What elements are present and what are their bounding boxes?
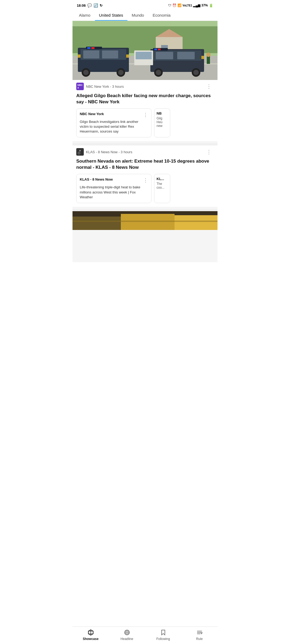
- section-divider-1: [73, 143, 218, 145]
- svg-rect-36: [73, 217, 121, 230]
- related-card-1-1[interactable]: NBC New York ⋮ Gilgo Beach investigators…: [76, 108, 151, 138]
- tab-united-states[interactable]: United States: [95, 10, 128, 21]
- partial-card-2-text: Thecoo...: [157, 182, 168, 189]
- status-time: 18:06: [77, 3, 86, 8]
- refresh-icon: ↻: [100, 3, 103, 8]
- signal-text: VoLTE1: [183, 4, 192, 7]
- shield-icon: 🛡: [168, 3, 171, 7]
- svg-rect-11: [102, 50, 118, 58]
- battery-percent: 37%: [201, 3, 208, 7]
- svg-rect-19: [156, 52, 173, 59]
- article-2-meta: 8⃝ KLAS - 8 News Now - 3 hours ⋮: [73, 145, 218, 157]
- svg-rect-20: [177, 52, 195, 59]
- article-1-title[interactable]: Alleged Gilgo Beach killer facing new mu…: [73, 91, 218, 108]
- tab-mundo[interactable]: Mundo: [128, 10, 148, 21]
- svg-rect-30: [158, 49, 161, 50]
- article-1-meta: NBC4 NBC New York - 3 hours ⋮: [73, 80, 218, 91]
- article-1-logo: NBC4: [76, 83, 84, 90]
- svg-rect-38: [175, 215, 218, 230]
- tab-alamo[interactable]: Alamo: [75, 10, 95, 21]
- partial-card-2-source: KL...: [157, 177, 168, 181]
- related-card-2-1-text: Life-threatening triple-digit heat to ba…: [80, 185, 148, 200]
- content-area: NBC4 NBC New York - 3 hours ⋮ Alleged Gi…: [73, 21, 218, 262]
- related-card-1-1-more[interactable]: ⋮: [143, 112, 148, 118]
- related-card-2-2[interactable]: KL... Thecoo...: [154, 174, 170, 203]
- related-card-2-1[interactable]: KLAS - 8 News Now ⋮ Life-threatening tri…: [76, 174, 151, 203]
- article-2-related-cards: KLAS - 8 News Now ⋮ Life-threatening tri…: [73, 174, 218, 207]
- svg-point-22: [156, 70, 161, 75]
- article-2-more-button[interactable]: ⋮: [204, 148, 214, 156]
- message-icon: 💬: [87, 3, 92, 8]
- wifi-icon: 📶: [177, 3, 182, 7]
- related-card-1-1-header: NBC New York ⋮: [80, 112, 148, 118]
- bottom-spacer: [73, 230, 218, 262]
- article-2-source-time: KLAS - 8 News Now - 3 hours: [86, 150, 132, 154]
- svg-point-15: [118, 70, 124, 75]
- partial-card-source: NB: [157, 111, 168, 115]
- related-card-2-1-header: KLAS - 8 News Now ⋮: [80, 177, 148, 183]
- related-card-1-1-text: Gilgo Beach investigators link another v…: [80, 119, 148, 134]
- tab-economia[interactable]: Economia: [148, 10, 175, 21]
- svg-rect-26: [87, 47, 90, 49]
- article-1-source-time: NBC New York - 3 hours: [86, 85, 124, 89]
- svg-rect-10: [83, 50, 99, 58]
- article-1-related-cards: NBC New York ⋮ Gilgo Beach investigators…: [73, 108, 218, 141]
- section-divider-2: [73, 209, 218, 211]
- svg-rect-29: [154, 49, 157, 50]
- battery-icon: 🔋: [209, 3, 213, 8]
- article-1-more-button[interactable]: ⋮: [204, 83, 214, 90]
- svg-rect-31: [207, 56, 210, 64]
- svg-point-24: [193, 70, 199, 75]
- partial-image-preview: [73, 211, 218, 230]
- article-2-source-row: 8⃝ KLAS - 8 News Now - 3 hours: [76, 148, 132, 156]
- svg-point-13: [83, 70, 89, 75]
- related-card-2-1-more[interactable]: ⋮: [143, 177, 148, 183]
- article-2-logo: 8⃝: [76, 148, 84, 156]
- alarm-icon: ⏰: [172, 3, 176, 7]
- svg-rect-39: [73, 221, 218, 222]
- article-2: 8⃝ KLAS - 8 News Now - 3 hours ⋮ Souther…: [73, 145, 218, 207]
- article-1-source-row: NBC4 NBC New York - 3 hours: [76, 83, 124, 90]
- signal-bars: ▂▄▆: [193, 3, 200, 7]
- svg-rect-27: [91, 47, 95, 49]
- related-card-1-2[interactable]: NB GilgHeunew: [154, 108, 170, 138]
- tab-bar: Alamo United States Mundo Economia: [73, 10, 218, 21]
- status-right: 🛡 ⏰ 📶 VoLTE1 ▂▄▆ 37% 🔋: [168, 3, 213, 8]
- partial-card-text: GilgHeunew: [157, 116, 168, 128]
- article-2-title[interactable]: Southern Nevada on alert: Extreme heat 1…: [73, 157, 218, 174]
- article-1-image: [73, 21, 218, 80]
- status-bar: 18:06 💬 🔄 ↻ 🛡 ⏰ 📶 VoLTE1 ▂▄▆ 37% 🔋: [73, 0, 218, 10]
- svg-rect-34: [136, 52, 152, 59]
- status-left: 18:06 💬 🔄 ↻: [77, 3, 103, 8]
- article-1: NBC4 NBC New York - 3 hours ⋮ Alleged Gi…: [73, 21, 218, 141]
- svg-point-32: [206, 53, 211, 57]
- sync-icon: 🔄: [93, 3, 98, 8]
